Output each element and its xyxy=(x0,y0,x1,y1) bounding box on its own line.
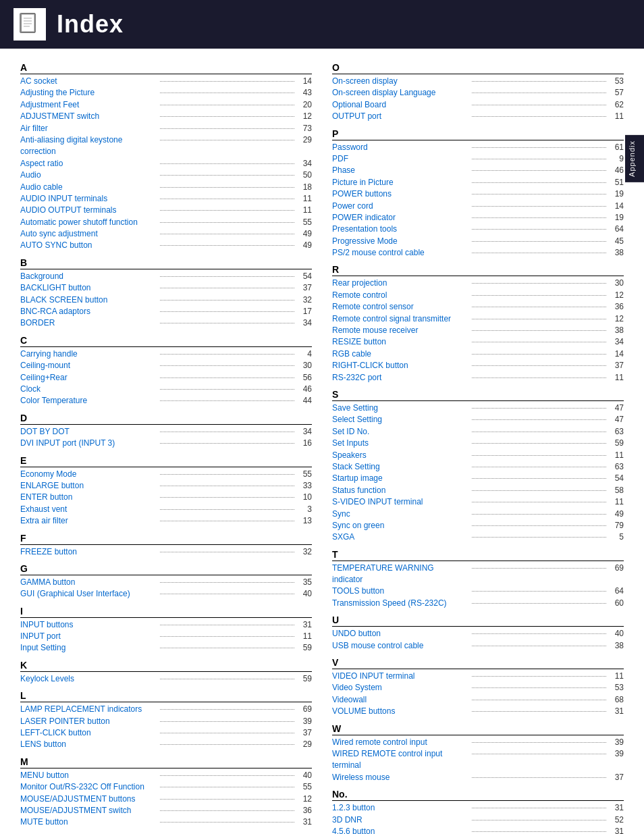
entry-dots xyxy=(472,116,606,117)
entry-dots xyxy=(472,81,606,82)
entry-page: 4 xyxy=(297,348,312,360)
index-entry: BLACK SCREEN button32 xyxy=(20,294,312,306)
index-section: No.1.2.3 button313D DNR524.5.6 button31 xyxy=(332,789,624,834)
entry-dots xyxy=(160,365,294,366)
entry-page: 58 xyxy=(609,485,624,496)
entry-label: UNDO button xyxy=(332,628,469,640)
index-entry: Sync on green79 xyxy=(332,520,624,531)
entry-dots xyxy=(472,253,606,253)
index-entry: ENLARGE button33 xyxy=(20,480,312,492)
entry-dots xyxy=(472,319,606,319)
entry-page: 36 xyxy=(609,301,624,313)
entry-label: Wired remote control input xyxy=(332,737,469,748)
index-section: KKeylock Levels59 xyxy=(20,660,312,685)
entry-page: 34 xyxy=(297,426,312,438)
page-title: Index xyxy=(57,10,124,38)
entry-page: 56 xyxy=(297,372,312,384)
entry-page: 16 xyxy=(297,438,312,449)
entry-page: 31 xyxy=(609,802,624,814)
index-entry: VIDEO INPUT terminal11 xyxy=(332,671,624,682)
entry-page: 47 xyxy=(609,414,624,425)
section-letter: V xyxy=(332,657,624,669)
entry-label: Videowall xyxy=(332,694,469,706)
entry-label: VOLUME buttons xyxy=(332,706,469,717)
entry-page: 69 xyxy=(609,563,624,574)
entry-dots xyxy=(472,194,606,194)
entry-page: 63 xyxy=(609,461,624,473)
entry-page: 59 xyxy=(609,438,624,449)
entry-dots xyxy=(160,93,294,93)
index-entry: Set ID No.63 xyxy=(332,426,624,438)
entry-label: GAMMA button xyxy=(20,577,157,588)
index-entry: Picture in Picture51 xyxy=(332,177,624,188)
entry-label: Anti-aliasing digital keystone correctio… xyxy=(20,134,157,158)
index-entry: Password61 xyxy=(332,142,624,153)
entry-page: 11 xyxy=(609,450,624,461)
entry-page: 11 xyxy=(609,671,624,682)
entry-label: VIDEO INPUT terminal xyxy=(332,671,469,682)
entry-dots xyxy=(160,679,294,679)
section-letter: F xyxy=(20,533,312,545)
entry-label: Input Setting xyxy=(20,642,157,654)
index-entry: Background54 xyxy=(20,271,312,282)
entry-label: Aspect ratio xyxy=(20,158,157,170)
svg-rect-6 xyxy=(20,14,22,32)
entry-dots xyxy=(160,245,294,246)
entry-label: Picture in Picture xyxy=(332,177,469,188)
entry-label: Ceiling-mount xyxy=(20,360,157,371)
entry-dots xyxy=(472,808,606,808)
index-entry: Remote control signal transmitter12 xyxy=(332,313,624,325)
entry-label: DOT BY DOT xyxy=(20,426,157,438)
entry-page: 34 xyxy=(297,158,312,170)
index-entry: Ceiling-mount30 xyxy=(20,360,312,371)
section-letter: O xyxy=(332,62,624,74)
entry-label: AC socket xyxy=(20,76,157,87)
entry-page: 46 xyxy=(609,165,624,176)
index-entry: Audio cable18 xyxy=(20,182,312,193)
index-entry: 4.5.6 button31 xyxy=(332,826,624,834)
entry-label: Carrying handle xyxy=(20,348,157,360)
entry-page: 54 xyxy=(297,271,312,282)
index-entry: BACKLIGHT button37 xyxy=(20,282,312,294)
entry-dots xyxy=(472,687,606,688)
entry-label: Password xyxy=(332,142,469,153)
index-entry: INPUT buttons31 xyxy=(20,619,312,631)
entry-page: 19 xyxy=(609,188,624,200)
index-entry: AC socket14 xyxy=(20,76,312,87)
index-entry: Color Temperature44 xyxy=(20,395,312,407)
entry-page: 30 xyxy=(297,360,312,371)
entry-dots xyxy=(472,777,606,778)
page: Index AAC socket14Adjusting the Picture4… xyxy=(0,0,644,834)
entry-page: 18 xyxy=(297,182,312,193)
entry-label: ADJUSTMENT switch xyxy=(20,111,157,122)
section-letter: U xyxy=(332,615,624,627)
entry-page: 59 xyxy=(297,673,312,685)
section-letter: A xyxy=(20,62,312,74)
entry-dots xyxy=(160,822,294,823)
section-letter: M xyxy=(20,756,312,768)
entry-page: 11 xyxy=(609,496,624,508)
index-entry: Carrying handle4 xyxy=(20,348,312,360)
entry-dots xyxy=(472,170,606,171)
index-entry: Wireless mouse37 xyxy=(332,772,624,783)
entry-dots xyxy=(472,537,606,538)
entry-label: MOUSE/ADJUSTMENT buttons xyxy=(20,793,157,805)
entry-label: MENU button xyxy=(20,770,157,781)
entry-page: 43 xyxy=(297,87,312,99)
index-section: SSave Setting47Select Setting47Set ID No… xyxy=(332,389,624,544)
index-entry: Startup image54 xyxy=(332,473,624,484)
entry-dots xyxy=(472,820,606,820)
index-entry: RGB cable14 xyxy=(332,348,624,360)
entry-label: Extra air filter xyxy=(20,515,157,527)
index-entry: RS-232C port11 xyxy=(332,372,624,384)
entry-dots xyxy=(160,432,294,432)
entry-dots xyxy=(472,711,606,712)
entry-page: 34 xyxy=(297,317,312,329)
entry-dots xyxy=(160,175,294,176)
entry-label: BNC-RCA adaptors xyxy=(20,306,157,317)
entry-dots xyxy=(160,288,294,288)
entry-page: 49 xyxy=(297,228,312,240)
entry-label: Transmission Speed (RS-232C) xyxy=(332,598,469,609)
entry-page: 64 xyxy=(609,585,624,597)
index-entry: Aspect ratio34 xyxy=(20,158,312,170)
